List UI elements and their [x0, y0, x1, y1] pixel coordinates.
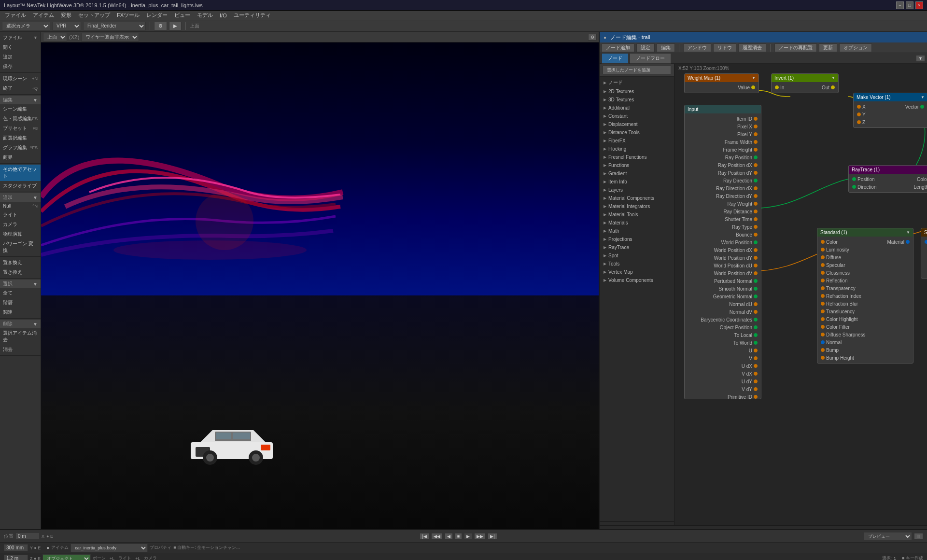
port-bounce[interactable]	[754, 233, 758, 237]
port-worldposdx[interactable]	[754, 248, 758, 252]
node-cat-spot[interactable]: ▶Spot	[600, 252, 674, 260]
collapse-panel-button[interactable]: ▼	[916, 55, 925, 62]
invert-node[interactable]: Invert (1) ▼ In Out	[771, 73, 839, 93]
sidebar-btn-add[interactable]: 追加	[0, 52, 41, 62]
port-v[interactable]	[754, 356, 758, 360]
make-vector-node-header[interactable]: Make Vector (1) ▼	[854, 93, 927, 101]
port-dot-in[interactable]	[775, 85, 779, 89]
sidebar-btn-related[interactable]: 関連	[0, 308, 41, 317]
node-cat-constant[interactable]: ▶Constant	[600, 112, 674, 120]
port-dot-z[interactable]	[857, 120, 861, 124]
port-raydirdy[interactable]	[754, 194, 758, 198]
viewport-canvas[interactable]	[41, 42, 599, 529]
sidebar-btn-save[interactable]: 保存	[0, 62, 41, 71]
menu-item-ビュー[interactable]: ビュー	[171, 11, 193, 20]
sidebar-add-title[interactable]: 追加▼	[0, 193, 41, 202]
port-tolocal[interactable]	[754, 333, 758, 337]
port-std-trans[interactable]	[821, 309, 825, 313]
settings-button[interactable]: ⚙	[154, 22, 167, 30]
maximize-button[interactable]: □	[906, 1, 913, 9]
node-cat-3d-textures[interactable]: ▶3D Textures	[600, 96, 674, 104]
sidebar-select-title[interactable]: 選択▼	[0, 280, 41, 288]
port-std-colorfilt[interactable]	[821, 325, 825, 329]
menu-item-モデル[interactable]: モデル	[194, 11, 216, 20]
port-std-gloss[interactable]	[821, 271, 825, 275]
undo-button[interactable]: アンドウ	[683, 43, 711, 52]
sidebar-btn-hierarchy[interactable]: 階層	[0, 298, 41, 308]
node-editor-scrollbar[interactable]	[600, 525, 927, 529]
object-select[interactable]: オブジェクト	[42, 554, 91, 560]
port-smoothnorm[interactable]	[754, 287, 758, 291]
node-cat-gradient[interactable]: ▶Gradient	[600, 169, 674, 178]
sidebar-btn-powergon[interactable]: パワーゴン 変換	[0, 239, 41, 255]
play-stop-btn[interactable]: ■	[455, 533, 462, 540]
port-geonorm[interactable]	[754, 294, 758, 298]
node-cat-distance-tools[interactable]: ▶Distance Tools	[600, 128, 674, 137]
node-cat-raytrace[interactable]: ▶RayTrace	[600, 243, 674, 252]
port-raydir[interactable]	[754, 179, 758, 182]
port-rt-dir[interactable]	[852, 185, 856, 189]
sidebar-btn-open[interactable]: 開く	[0, 42, 41, 52]
sidebar-btn-color-edit[interactable]: 色・質感編集FS	[0, 114, 41, 124]
play-back-btn[interactable]: ◀	[445, 533, 453, 540]
render-mode-select[interactable]: VPR	[52, 22, 81, 30]
make-vector-node-expand[interactable]: ▼	[921, 95, 925, 99]
port-std-normal[interactable]	[821, 340, 825, 344]
weight-map-node-expand[interactable]: ▼	[752, 76, 756, 80]
port-std-diff[interactable]	[821, 255, 825, 259]
port-toworld[interactable]	[754, 341, 758, 345]
sidebar-btn-preset[interactable]: プリセットF8	[0, 124, 41, 133]
node-add-button[interactable]: ノード追加	[602, 43, 634, 52]
play-begin-btn[interactable]: |◀	[420, 533, 429, 540]
node-cat-node[interactable]: ▶ノード	[600, 78, 674, 87]
sidebar-btn-replace2[interactable]: 置き換え	[0, 267, 41, 277]
port-rt-pos[interactable]	[852, 177, 856, 181]
port-std-spec[interactable]	[821, 263, 825, 267]
standard-node-header[interactable]: Standard (1) ▼	[817, 228, 913, 237]
sidebar-btn-graph-edit[interactable]: グラフ編集^FS	[0, 143, 41, 153]
port-surf-mat[interactable]	[925, 240, 927, 244]
menu-item-レンダー[interactable]: レンダー	[143, 11, 170, 20]
sidebar-btn-delete[interactable]: 消去	[0, 345, 41, 354]
render-button[interactable]: ▶	[169, 22, 182, 30]
play-prev-btn[interactable]: ◀◀	[431, 533, 443, 540]
sidebar-btn-surface-edit[interactable]: 面選択編集	[0, 133, 41, 143]
port-objpos[interactable]	[754, 325, 758, 329]
weight-map-node-header[interactable]: Weight Map (1) ▼	[685, 74, 758, 82]
tab-node-flow[interactable]: ノードフロー	[630, 53, 671, 64]
menu-item-FXツール[interactable]: FXツール	[114, 11, 142, 20]
clear-history-button[interactable]: 履歴消去	[738, 43, 766, 52]
redo-button[interactable]: リドウ	[713, 43, 736, 52]
pause-btn[interactable]: ⏸	[914, 533, 923, 540]
weight-map-node[interactable]: Weight Map (1) ▼ Value	[684, 73, 759, 93]
port-pixx[interactable]	[754, 125, 758, 128]
make-vector-node[interactable]: Make Vector (1) ▼ X Vector	[853, 93, 927, 128]
standard-node-expand[interactable]: ▼	[906, 230, 910, 235]
sidebar-btn-studio[interactable]: スタジオライブ	[0, 181, 41, 191]
viewport-settings-btn[interactable]: ⚙	[588, 34, 597, 41]
viewport-view-select[interactable]: 上面	[43, 33, 67, 42]
port-raypos[interactable]	[754, 155, 758, 159]
menu-item-I/O[interactable]: I/O	[217, 12, 230, 19]
port-udy[interactable]	[754, 379, 758, 383]
port-std-bumph[interactable]	[821, 356, 825, 360]
sidebar-edit-title[interactable]: 編集▼	[0, 96, 41, 104]
item-select[interactable]: car_inertia_plus.body	[70, 544, 148, 552]
menu-item-変形[interactable]: 変形	[58, 11, 74, 20]
port-dot-value[interactable]	[751, 85, 755, 89]
node-cat-vertex-map[interactable]: ▶Vertex Map	[600, 268, 674, 276]
port-worldposdv[interactable]	[754, 271, 758, 275]
sidebar-btn-quit[interactable]: 終了+Q	[0, 84, 41, 93]
port-raytype[interactable]	[754, 225, 758, 229]
play-fast-fwd-btn[interactable]: ▶▶	[474, 533, 486, 540]
node-cat-volume-components[interactable]: ▶Volume Components	[600, 276, 674, 284]
position-y-input[interactable]	[4, 544, 28, 551]
minimize-button[interactable]: −	[896, 1, 904, 9]
port-framew[interactable]	[754, 140, 758, 144]
port-std-material-out[interactable]	[906, 240, 910, 244]
node-cat-displacement[interactable]: ▶Displacement	[600, 120, 674, 128]
port-std-refl[interactable]	[821, 279, 825, 282]
node-cat-tools[interactable]: ▶Tools	[600, 260, 674, 268]
input-node[interactable]: Input Item ID Pixel X Pixel Y Frame Widt…	[684, 105, 761, 399]
node-cat-material-integrators[interactable]: ▶Material Integrators	[600, 202, 674, 210]
